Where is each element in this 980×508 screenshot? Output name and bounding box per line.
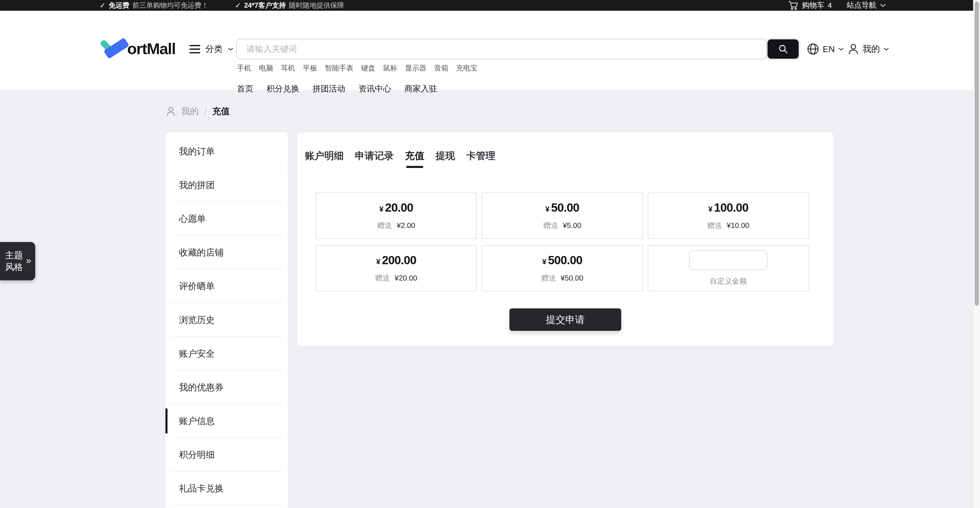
- gift-value: ¥50.00: [561, 274, 584, 282]
- hamburger-icon: [189, 45, 200, 53]
- globe-icon: [807, 43, 819, 55]
- tab-label: 卡管理: [466, 150, 495, 161]
- main-navigation: 首页 积分兑换 拼团活动 资讯中心 商家入驻: [237, 83, 437, 94]
- scrollbar-track[interactable]: [973, 0, 980, 508]
- cart-count: 4: [828, 1, 832, 10]
- hot-keyword-link[interactable]: 智能手表: [325, 63, 353, 73]
- promo-title: 24*7客户支持: [244, 1, 286, 10]
- hot-keyword-link[interactable]: 鼠标: [383, 63, 397, 73]
- top-announcement-bar: ✓ 免运费 前三单购物均可免运费！ ✓ 24*7客户支持 随时随地提供保障 购物…: [0, 0, 980, 11]
- hot-keyword-link[interactable]: 显示器: [405, 63, 426, 73]
- sidebar-item-account-security[interactable]: 账户安全: [165, 337, 288, 370]
- theme-label-line2: 风格: [5, 261, 23, 273]
- category-label: 分类: [205, 43, 223, 55]
- nav-item-news[interactable]: 资讯中心: [358, 83, 391, 94]
- check-icon: ✓: [235, 1, 241, 10]
- amount-value: 20.00: [385, 201, 413, 214]
- active-tab-underline: [406, 166, 423, 168]
- amount-value: 50.00: [551, 201, 579, 214]
- logo-mark-icon: [100, 35, 129, 62]
- custom-amount-option[interactable]: 自定义金额: [648, 245, 809, 291]
- amount-option-20[interactable]: ¥ 20.00 赠送 ¥2.00: [316, 192, 477, 239]
- language-selector[interactable]: EN: [807, 41, 844, 57]
- breadcrumb-root[interactable]: 我的: [181, 105, 199, 117]
- promo-messages: ✓ 免运费 前三单购物均可免运费！ ✓ 24*7客户支持 随时随地提供保障: [100, 1, 344, 10]
- amount-option-200[interactable]: ¥ 200.00 赠送 ¥20.00: [316, 245, 477, 291]
- nav-item-home[interactable]: 首页: [237, 83, 253, 94]
- promo-text: 随时随地提供保障: [289, 1, 344, 10]
- gift-value: ¥20.00: [395, 274, 417, 282]
- amount-option-500[interactable]: ¥ 500.00 赠送 ¥50.00: [482, 245, 643, 291]
- nav-item-points[interactable]: 积分兑换: [267, 83, 299, 94]
- sidebar-item-points-detail[interactable]: 积分明细: [165, 438, 288, 471]
- tab-label: 申请记录: [355, 150, 394, 161]
- sidebar-item-wishlist[interactable]: 心愿单: [165, 202, 288, 236]
- tab-recharge[interactable]: 充值: [402, 149, 428, 168]
- amount-value: 100.00: [714, 201, 748, 214]
- user-icon: [848, 43, 859, 55]
- amount-option-50[interactable]: ¥ 50.00 赠送 ¥5.00: [482, 192, 643, 239]
- currency-symbol: ¥: [708, 205, 713, 213]
- nav-item-groupbuy[interactable]: 拼团活动: [313, 83, 345, 94]
- search-button[interactable]: [768, 39, 799, 59]
- scrollbar-thumb[interactable]: [975, 2, 979, 306]
- chevron-down-icon: [880, 3, 886, 7]
- breadcrumb-separator: /: [204, 106, 207, 116]
- sidebar-item-my-groupbuys[interactable]: 我的拼团: [165, 168, 288, 202]
- theme-style-toggle[interactable]: 主题 风格 »: [0, 242, 35, 280]
- cart-link[interactable]: 购物车 4: [788, 0, 832, 11]
- breadcrumb: 我的 / 充值: [166, 105, 229, 118]
- currency-symbol: ¥: [379, 205, 383, 213]
- custom-amount-label: 自定义金额: [710, 276, 747, 286]
- gift-value: ¥2.00: [396, 221, 415, 230]
- gift-label: 赠送: [541, 274, 556, 282]
- sidebar-item-my-coupons[interactable]: 我的优惠券: [165, 370, 288, 404]
- sidebar-item-account-info[interactable]: 账户信息: [165, 404, 288, 438]
- recharge-amount-grid: ¥ 20.00 赠送 ¥2.00 ¥ 50.00 赠送 ¥5.00 ¥ 100.…: [316, 192, 809, 291]
- breadcrumb-current: 充值: [212, 105, 229, 117]
- chevron-down-icon: [228, 48, 233, 51]
- hot-keywords: 手机 电脑 耳机 平板 智能手表 键盘 鼠标 显示器 音箱 充电宝: [237, 63, 477, 73]
- custom-amount-input[interactable]: [689, 250, 767, 270]
- chevron-down-icon: [838, 48, 844, 51]
- site-nav-menu[interactable]: 站点导航: [847, 0, 886, 11]
- category-menu-button[interactable]: 分类: [189, 41, 233, 57]
- tab-account-detail[interactable]: 账户明细: [302, 149, 347, 168]
- submit-application-button[interactable]: 提交申请: [509, 308, 621, 331]
- gift-value: ¥10.00: [727, 221, 749, 230]
- hot-keyword-link[interactable]: 电脑: [259, 63, 273, 73]
- theme-label-line1: 主题: [5, 249, 23, 261]
- tab-card-management[interactable]: 卡管理: [463, 149, 498, 168]
- double-chevron-right-icon: »: [26, 255, 31, 266]
- sidebar-item-browsing-history[interactable]: 浏览历史: [165, 303, 288, 337]
- promo-title: 免运费: [108, 1, 129, 10]
- hot-keyword-link[interactable]: 充电宝: [456, 63, 477, 73]
- site-nav-label: 站点导航: [847, 0, 876, 11]
- cart-icon: [788, 1, 799, 10]
- account-menu[interactable]: 我的: [848, 41, 889, 57]
- sidebar-item-favorite-stores[interactable]: 收藏的店铺: [165, 236, 288, 269]
- search-icon: [778, 43, 789, 55]
- user-icon: [166, 106, 176, 116]
- sidebar-item-giftcard-redeem[interactable]: 礼品卡兑换: [165, 471, 288, 505]
- currency-symbol: ¥: [546, 205, 550, 213]
- sidebar-item-reviews[interactable]: 评价晒单: [165, 269, 288, 303]
- hot-keyword-link[interactable]: 音箱: [434, 63, 449, 73]
- amount-value: 500.00: [548, 253, 582, 267]
- check-icon: ✓: [100, 1, 105, 10]
- hot-keyword-link[interactable]: 平板: [303, 63, 317, 73]
- hot-keyword-link[interactable]: 耳机: [281, 63, 295, 73]
- language-label: EN: [823, 44, 835, 54]
- site-header: ortMall 分类 EN: [0, 11, 980, 91]
- tab-application-records[interactable]: 申请记录: [352, 149, 397, 168]
- amount-option-100[interactable]: ¥ 100.00 赠送 ¥10.00: [648, 192, 809, 239]
- sidebar-item-my-orders[interactable]: 我的订单: [165, 135, 288, 168]
- nav-item-merchant[interactable]: 商家入驻: [404, 83, 437, 94]
- account-label: 我的: [862, 43, 880, 55]
- tab-withdraw[interactable]: 提现: [433, 149, 458, 168]
- search-input[interactable]: [236, 39, 767, 59]
- logo[interactable]: ortMall: [100, 34, 175, 63]
- hot-keyword-link[interactable]: 键盘: [361, 63, 375, 73]
- hot-keyword-link[interactable]: 手机: [237, 63, 251, 73]
- gift-label: 赠送: [707, 221, 722, 230]
